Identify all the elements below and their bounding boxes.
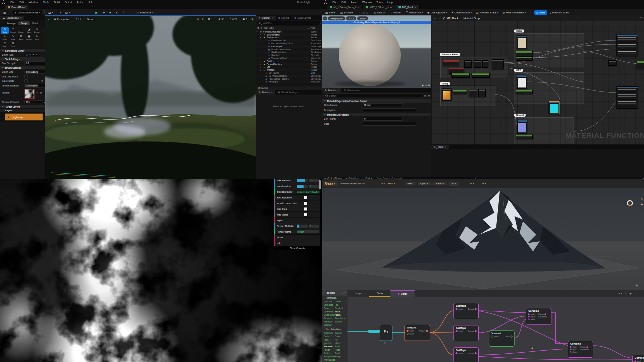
- texture-thumbnail[interactable]: [24, 89, 35, 99]
- use-selected-icon[interactable]: ↩: [36, 89, 38, 94]
- view-options-icon[interactable]: ◉: [641, 203, 643, 206]
- sculpt-tool-button[interactable]: ≈ Hydro: [1, 34, 9, 41]
- pin-dot[interactable]: [407, 330, 409, 332]
- console-command-input[interactable]: Enter Console Command: [375, 177, 476, 179]
- save-button[interactable]: ▦: [2, 10, 8, 15]
- toolbox-view-icon[interactable]: ▭: [341, 292, 343, 294]
- node-satmaps-1[interactable]: SatMaps Input Output: [453, 303, 479, 319]
- node-vector-param[interactable]: [516, 51, 533, 55]
- section-brush-settings[interactable]: ▼Brush Settings: [0, 66, 45, 69]
- pin-dot[interactable]: [475, 352, 477, 354]
- toolbox-node-item[interactable]: TileInput: [324, 320, 335, 323]
- tab-mf-rock[interactable]: MF_Rock×: [395, 5, 420, 9]
- stats-button[interactable]: ◎Stats: [534, 10, 547, 15]
- play-button[interactable]: ▶: [94, 10, 100, 15]
- pin-dot[interactable]: [548, 316, 549, 317]
- menu-item[interactable]: Tools: [374, 1, 385, 4]
- pin-icon[interactable]: ↧: [261, 26, 263, 29]
- pin-dot[interactable]: [528, 313, 530, 315]
- tab-mat-lsauto[interactable]: MAT_LSAuto_New: [363, 5, 395, 9]
- sculpt-tool-button[interactable]: ✶ Erosion: [33, 27, 41, 34]
- menu-item[interactable]: File: [330, 1, 339, 4]
- lit-dropdown[interactable]: ☀Lit: [346, 16, 357, 20]
- tab-landscape[interactable]: ▲ Landscape×: [0, 16, 24, 20]
- sculpt-tool-button[interactable]: ◠ Smooth: [9, 27, 17, 34]
- toolbar-button[interactable]: ▦ Save: [324, 10, 338, 15]
- perspective-dropdown[interactable]: Perspective: [328, 16, 345, 20]
- eject-button[interactable]: ▲: [114, 10, 120, 15]
- toolbox-node-item[interactable]: Canyon: [335, 331, 346, 335]
- scrollbar-thumb[interactable]: [319, 180, 321, 189]
- toolbox-node-item[interactable]: DriftNoise: [324, 303, 335, 307]
- outliner-row[interactable]: ▣ PostProcessVolume PostProcessVolume: [256, 48, 322, 51]
- brush-circle-icon[interactable]: ◎: [26, 53, 28, 56]
- gaea-node-graph[interactable]: Fx ⚙ Texture Input Mask Output SatMaps I…: [347, 297, 644, 362]
- control-max-elevation[interactable]: max elevation 100: [274, 179, 320, 183]
- build-cancel-dropdown[interactable]: ⊗▾: [449, 182, 459, 186]
- section-landscape-editor[interactable]: ▼Landscape Editor: [0, 49, 45, 52]
- rotation-snap-toggle[interactable]: ∠5°: [216, 17, 226, 21]
- outliner-row[interactable]: ☁ VolumetricCloud VolumetricCloud: [256, 57, 322, 60]
- pin-dot[interactable]: [570, 349, 572, 350]
- brush-pattern-icon[interactable]: ⊛: [33, 53, 35, 56]
- pin-dot[interactable]: [455, 330, 458, 332]
- sculpt-tool-button[interactable]: ▭ Flatten: [17, 27, 25, 34]
- add-node-icon[interactable]: + ▾: [618, 292, 622, 295]
- control-render-multiplier[interactable]: Render Multiplier 2: [274, 223, 320, 229]
- toolbox-node-item[interactable]: MultiFractal: [324, 313, 335, 317]
- toolbox-node-item[interactable]: Ridge: [335, 348, 346, 352]
- expander-icon[interactable]: ▸: [260, 63, 262, 65]
- fx-gear-icon[interactable]: ⚙: [383, 342, 386, 345]
- control-map-lines[interactable]: map lines: [274, 206, 320, 212]
- breadcrumb-asset[interactable]: MF_Rock: [446, 17, 459, 20]
- node-scalar-param[interactable]: [451, 73, 470, 78]
- auto-exposure-checkbox[interactable]: [304, 196, 307, 199]
- node-math[interactable]: [474, 60, 481, 68]
- save-button[interactable]: Save: [433, 182, 446, 185]
- node-combine-3[interactable]: Combine Input: [632, 355, 644, 362]
- node-ord-texture[interactable]: [517, 75, 527, 88]
- viewport-menu-icon[interactable]: ≡: [323, 16, 327, 20]
- toolbox-node-item[interactable]: Rocky: [324, 352, 335, 355]
- node-selected-texture[interactable]: [549, 101, 559, 114]
- menu-item[interactable]: Edit: [17, 1, 26, 4]
- perspective-dropdown[interactable]: ◉Perspective: [52, 17, 72, 21]
- content-drawer-button[interactable]: ▤Content Drawer: [324, 177, 342, 179]
- toolbox-node-item[interactable]: Fault: [324, 338, 335, 342]
- platforms-dropdown[interactable]: ▭ Platforms▾: [135, 10, 155, 15]
- sculpt-tool-button[interactable]: ◢ Ramp: [25, 27, 33, 34]
- max-elevation-value[interactable]: 100: [309, 179, 319, 182]
- voronoi-badge-icon[interactable]: ◉: [531, 347, 533, 350]
- breadcrumb-graph[interactable]: Material Graph: [464, 17, 481, 20]
- tab-details[interactable]: ✎ Details×: [256, 90, 275, 95]
- outliner-row[interactable]: ▾ ▰ Environment Folder: [256, 36, 322, 39]
- outliner-row[interactable]: ▲ Landscape Landscape: [256, 45, 322, 48]
- toolbox-menu-icon[interactable]: ≡: [344, 292, 346, 294]
- expander-icon[interactable]: ▾: [260, 37, 262, 39]
- tab-color[interactable]: Color: [390, 290, 415, 297]
- map-labels-checkbox[interactable]: [304, 213, 307, 216]
- pin-dot[interactable]: [491, 336, 493, 338]
- toolbox-node-item[interactable]: SlopeNoise: [335, 317, 346, 320]
- sculpt-tool-button[interactable]: ⧉ Copy: [9, 41, 17, 48]
- cinematics-dropdown[interactable]: ▤▾: [64, 10, 72, 15]
- toolbar-button[interactable]: ◍ Hide Unrelated▾: [501, 10, 527, 15]
- help-button[interactable]: help: [274, 240, 320, 246]
- menu-item[interactable]: Window: [360, 1, 374, 4]
- toolbar-button[interactable]: ✦ Clean Graph▾: [449, 10, 473, 15]
- toolbox-node-item[interactable]: Gradient: [335, 307, 346, 310]
- include-ocean-checkbox[interactable]: [304, 202, 307, 205]
- toolbar-overflow-icon[interactable]: ⋮: [529, 11, 533, 14]
- gaea-app-menu[interactable]: Gaea▾: [323, 181, 337, 186]
- outliner-row[interactable]: ☼ SkyLight SkyLight: [256, 54, 322, 57]
- section-layers[interactable]: ▼Layers: [0, 108, 45, 112]
- section-target-layers[interactable]: ▼Target Layers: [0, 105, 45, 108]
- outliner-row[interactable]: ≋ ExponentialHeightFog ExponentialHeight…: [256, 42, 322, 45]
- sculpt-tool-button[interactable]: ◉ Visibility: [25, 34, 33, 41]
- menu-item[interactable]: Build: [52, 1, 62, 4]
- maximize-icon[interactable]: ⊡: [196, 17, 200, 21]
- control-map-labels[interactable]: map labels: [274, 212, 320, 218]
- build-mode-dropdown[interactable]: Auto▾: [387, 182, 395, 185]
- node-scalar-param[interactable]: [453, 90, 467, 94]
- filter-icon[interactable]: ▤: [424, 95, 427, 97]
